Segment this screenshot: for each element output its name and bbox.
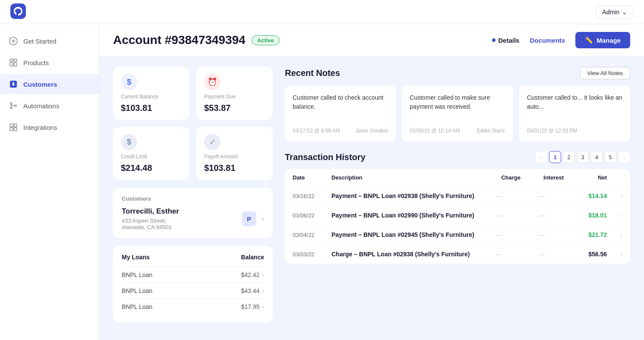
documents-link[interactable]: Documents <box>530 37 565 44</box>
svg-rect-4 <box>10 63 13 66</box>
tx-interest: — <box>521 251 564 258</box>
note-card: Customer called to... It looks like an a… <box>519 85 630 142</box>
details-dot <box>492 38 496 42</box>
admin-label: Admin <box>602 9 619 16</box>
col-description: Description <box>331 174 477 181</box>
note-text: Customer called to... It looks like an a… <box>527 93 622 111</box>
pagination-prev[interactable]: ‹ <box>535 151 547 163</box>
edit-icon: ✏️ <box>585 36 593 44</box>
logo <box>10 3 26 21</box>
sidebar-item-label: Customers <box>23 81 57 88</box>
pagination-page-3[interactable]: 3 <box>577 151 589 163</box>
payoff-icon: ✓ <box>204 134 221 150</box>
chevron-down-icon: ⌄ <box>622 9 627 16</box>
stats-grid: $ Current Balance $103.81 ⏰ Payment Due … <box>113 67 273 180</box>
payment-icon: ⏰ <box>204 74 221 90</box>
tx-net: $14.14 <box>564 192 607 199</box>
transaction-table: Date Description Charge Interest Net 03/… <box>285 169 630 264</box>
pagination: ‹ 1 2 3 4 5 › <box>535 151 630 163</box>
row-chevron-icon[interactable]: › <box>607 251 622 258</box>
avatar: P <box>242 211 256 226</box>
pagination-page-4[interactable]: 4 <box>590 151 603 163</box>
table-row[interactable]: 03/03/22 Charge – BNPL Loan #02938 (Shel… <box>285 245 630 264</box>
row-chevron-icon[interactable]: › <box>607 231 622 238</box>
sidebar-item-integrations[interactable]: Integrations <box>0 117 99 137</box>
view-all-notes-button[interactable]: View All Notes <box>580 67 630 79</box>
tx-charge: — <box>477 192 521 199</box>
table-row[interactable]: 03/16/22 Payment – BNPL Loan #02938 (She… <box>285 186 630 206</box>
page-header: Account #93847349394 Active Details Docu… <box>99 24 644 57</box>
loan-balance: $17.95 <box>241 303 260 310</box>
stat-payment-due: ⏰ Payment Due $53.87 <box>196 67 273 120</box>
credit-icon: $ <box>121 134 137 150</box>
branch-icon <box>9 101 18 110</box>
table-row[interactable]: 03/04/22 Payment – BNPL Loan #02945 (She… <box>285 225 630 245</box>
sidebar-item-get-started[interactable]: Get Started <box>0 31 99 51</box>
transaction-title: Transaction History <box>285 152 366 162</box>
pagination-page-5[interactable]: 5 <box>604 151 616 163</box>
admin-button[interactable]: Admin ⌄ <box>596 6 634 19</box>
pagination-next[interactable]: › <box>618 151 630 163</box>
chevron-right-icon: › <box>262 303 264 310</box>
customer-card: Customers Torrecilli, Esther 433 Aspen S… <box>113 188 273 238</box>
table-row[interactable]: 03/06/22 Payment – BNPL Loan #02990 (She… <box>285 206 630 225</box>
users-icon <box>9 79 18 89</box>
loan-name: BNPL Loan <box>122 287 152 294</box>
sidebar-item-customers[interactable]: Customers <box>0 74 99 94</box>
stat-label: Payoff Amount <box>204 154 265 160</box>
loan-name: BNPL Loan <box>122 303 152 310</box>
grid-icon <box>9 58 18 67</box>
loan-balance: $43.44 <box>241 287 260 294</box>
recent-notes-section: Recent Notes View All Notes Customer cal… <box>285 67 630 142</box>
stat-value: $53.87 <box>204 103 265 113</box>
note-date: 03/17/22 @ 9:58 AM <box>293 128 340 134</box>
notes-list: Customer called to check account balance… <box>285 85 630 142</box>
sidebar-item-automations[interactable]: Automations <box>0 96 99 116</box>
svg-point-9 <box>10 107 12 109</box>
row-chevron-icon[interactable]: › <box>607 192 622 199</box>
stat-current-balance: $ Current Balance $103.81 <box>113 67 189 120</box>
svg-rect-5 <box>14 63 17 66</box>
svg-rect-12 <box>14 124 17 127</box>
pagination-page-1[interactable]: 1 <box>549 151 561 163</box>
note-card: Customer called to make sure payment was… <box>402 85 513 142</box>
stat-payoff-amount: ✓ Payoff Amount $103.81 <box>196 127 273 180</box>
col-date: Date <box>293 174 331 181</box>
manage-button[interactable]: ✏️ Manage <box>575 32 630 48</box>
sidebar-item-label: Automations <box>23 102 59 110</box>
loans-card: My Loans Balance BNPL Loan $42.42 › B <box>113 246 273 322</box>
customer-address-line1: 433 Aspen Street, <box>122 217 179 224</box>
content-area: Account #93847349394 Active Details Docu… <box>99 24 644 340</box>
details-link[interactable]: Details <box>492 37 519 44</box>
topbar: Admin ⌄ <box>0 0 644 24</box>
transaction-section: Transaction History ‹ 1 2 3 4 5 › <box>285 151 630 330</box>
chevron-right-icon: › <box>262 271 264 278</box>
notes-title: Recent Notes <box>285 68 340 78</box>
svg-rect-3 <box>14 59 17 61</box>
table-header: Date Description Charge Interest Net <box>285 169 630 186</box>
chevron-right-icon[interactable]: › <box>262 214 264 224</box>
tx-description: Charge – BNPL Loan #02938 (Shelly's Furn… <box>331 251 477 258</box>
col-net: Net <box>564 174 607 181</box>
list-item[interactable]: BNPL Loan $17.95 › <box>122 299 264 315</box>
sidebar-item-label: Products <box>23 59 49 66</box>
left-panel: $ Current Balance $103.81 ⏰ Payment Due … <box>113 67 273 330</box>
status-badge: Active <box>252 35 280 45</box>
plus-icon <box>9 36 18 46</box>
loan-name: BNPL Loan <box>122 271 152 278</box>
right-panel: Recent Notes View All Notes Customer cal… <box>285 67 630 330</box>
balance-icon: $ <box>121 74 137 90</box>
stat-value: $103.81 <box>204 163 265 173</box>
stat-credit-limit: $ Credit Limit $214.48 <box>113 127 189 180</box>
list-item[interactable]: BNPL Loan $43.44 › <box>122 283 264 299</box>
note-author: Eddie Starrc <box>477 128 505 134</box>
row-chevron-icon[interactable]: › <box>607 212 622 219</box>
pagination-page-2[interactable]: 2 <box>563 151 575 163</box>
note-date: 03/05/22 @ 10:14 AM <box>410 128 460 134</box>
list-item[interactable]: BNPL Loan $42.42 › <box>122 267 264 283</box>
sidebar-item-products[interactable]: Products <box>0 53 99 72</box>
customer-address-line2: Alameda, CA 94501 <box>122 224 179 230</box>
tx-charge: — <box>477 231 521 238</box>
loan-balance: $42.42 <box>241 271 260 278</box>
stat-label: Credit Limit <box>121 154 182 160</box>
